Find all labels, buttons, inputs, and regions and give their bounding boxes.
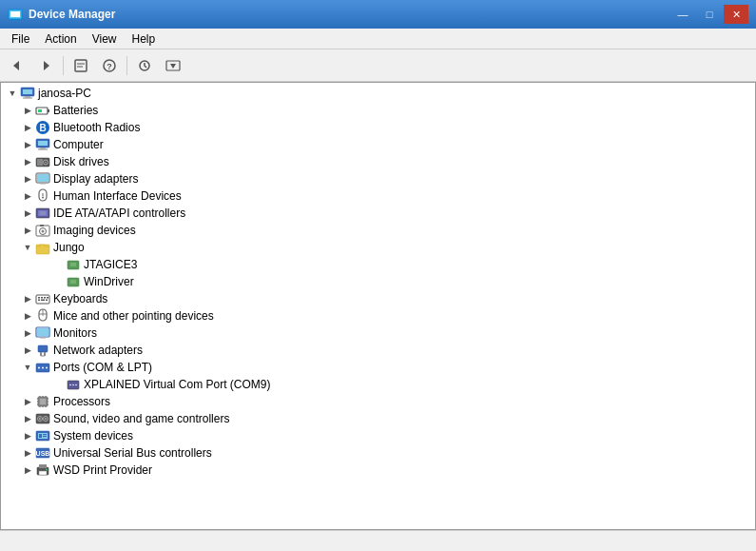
svg-marker-3 bbox=[13, 61, 19, 70]
close-button[interactable]: ✕ bbox=[724, 5, 748, 24]
properties-icon bbox=[73, 58, 88, 73]
display-label: Display adapters bbox=[53, 172, 138, 186]
tree-item-system[interactable]: ▶ System devices bbox=[1, 427, 755, 444]
tree-item-disk[interactable]: ▶ Disk drives bbox=[1, 153, 755, 170]
keyboards-label: Keyboards bbox=[53, 292, 107, 305]
tree-item-keyboards[interactable]: ▶ Keyboards bbox=[1, 290, 755, 307]
svg-point-72 bbox=[46, 367, 48, 369]
ports-label: Ports (COM & LPT) bbox=[53, 361, 152, 374]
jungo-label: Jungo bbox=[53, 241, 85, 254]
svg-rect-54 bbox=[44, 297, 46, 299]
display-expand-icon: ▶ bbox=[20, 171, 35, 187]
toolbar-forward-button[interactable] bbox=[32, 53, 59, 78]
maximize-button[interactable]: □ bbox=[697, 5, 722, 24]
hid-icon bbox=[35, 188, 50, 204]
svg-rect-24 bbox=[40, 148, 46, 149]
processors-expand-icon: ▶ bbox=[20, 394, 35, 409]
tree-item-batteries[interactable]: ▶ Batteries bbox=[1, 102, 755, 119]
svg-rect-31 bbox=[37, 174, 48, 182]
network-expand-icon: ▶ bbox=[20, 343, 35, 358]
ports-expand-icon: ▼ bbox=[20, 360, 35, 375]
svg-rect-25 bbox=[38, 149, 48, 150]
computer-label: Computer bbox=[53, 138, 104, 151]
svg-rect-98 bbox=[39, 434, 42, 438]
svg-text:B: B bbox=[39, 123, 46, 133]
svg-rect-65 bbox=[38, 345, 48, 352]
svg-rect-37 bbox=[38, 210, 48, 216]
svg-point-76 bbox=[75, 384, 77, 386]
svg-point-70 bbox=[38, 367, 40, 369]
tree-item-wsd[interactable]: ▶ WSD Print Provider bbox=[1, 462, 755, 479]
svg-rect-1 bbox=[10, 11, 20, 17]
minimize-button[interactable]: — bbox=[670, 5, 695, 24]
processors-label: Processors bbox=[53, 395, 110, 408]
jtagice3-icon bbox=[66, 257, 81, 272]
tree-item-ide[interactable]: ▶ IDE ATA/ATAPI controllers bbox=[1, 205, 755, 222]
batteries-label: Batteries bbox=[53, 104, 98, 117]
monitors-label: Monitors bbox=[53, 326, 97, 340]
svg-point-29 bbox=[45, 162, 47, 164]
battery-icon bbox=[35, 103, 50, 118]
bluetooth-icon: B bbox=[35, 120, 50, 135]
tree-item-sound[interactable]: ▶ Sound, video and game controllers bbox=[1, 410, 755, 427]
toolbar: ? bbox=[0, 49, 756, 82]
tree-item-jtagice3[interactable]: ▶ JTAGICE3 bbox=[1, 256, 755, 273]
computer-expand-icon: ▶ bbox=[20, 137, 35, 152]
tree-item-computer[interactable]: ▶ Computer bbox=[1, 136, 755, 153]
toolbar-help-button[interactable]: ? bbox=[96, 53, 123, 78]
svg-rect-52 bbox=[38, 297, 40, 299]
wsd-expand-icon: ▶ bbox=[20, 462, 35, 478]
tree-item-bluetooth[interactable]: ▶ B Bluetooth Radios bbox=[1, 119, 755, 136]
tree-item-mice[interactable]: ▶ Mice and other pointing devices bbox=[1, 307, 755, 325]
window-title: Device Manager bbox=[29, 8, 115, 21]
mice-expand-icon: ▶ bbox=[20, 308, 35, 324]
tree-item-jungo[interactable]: ▼ Jungo bbox=[1, 239, 755, 256]
network-label: Network adapters bbox=[53, 344, 143, 357]
tree-view[interactable]: ▼ janosa-PC ▶ Batteries bbox=[1, 83, 755, 529]
svg-point-71 bbox=[42, 367, 44, 369]
menu-action[interactable]: Action bbox=[37, 30, 84, 48]
tree-item-imaging[interactable]: ▶ Imaging devices bbox=[1, 222, 755, 239]
computer-node-icon bbox=[35, 137, 50, 152]
svg-rect-99 bbox=[43, 434, 47, 435]
svg-point-35 bbox=[42, 197, 44, 199]
toolbar-update-button[interactable] bbox=[160, 53, 186, 78]
usb-icon: USB bbox=[35, 445, 50, 461]
computer-icon bbox=[20, 86, 35, 101]
tree-item-display[interactable]: ▶ Display adapters bbox=[1, 170, 755, 187]
toolbar-scan-button[interactable] bbox=[131, 53, 158, 78]
svg-rect-66 bbox=[40, 352, 42, 356]
comport-icon bbox=[66, 377, 81, 392]
windriver-icon bbox=[66, 274, 81, 289]
scan-icon bbox=[137, 58, 152, 73]
tree-item-processors[interactable]: ▶ Proces bbox=[1, 393, 755, 410]
menu-bar: File Action View Help bbox=[0, 29, 756, 49]
window-controls: — □ ✕ bbox=[670, 5, 748, 24]
toolbar-properties-button[interactable] bbox=[68, 53, 94, 78]
svg-rect-55 bbox=[47, 297, 48, 299]
tree-item-monitors[interactable]: ▶ Monitors bbox=[1, 325, 755, 342]
disk-label: Disk drives bbox=[53, 155, 109, 168]
tree-item-network[interactable]: ▶ Network adapters bbox=[1, 342, 755, 359]
svg-rect-18 bbox=[48, 109, 49, 112]
svg-point-106 bbox=[46, 469, 48, 471]
usb-expand-icon: ▶ bbox=[20, 445, 35, 461]
tree-item-hid[interactable]: ▶ Human Interface Devices bbox=[1, 187, 755, 205]
tree-item-xplained[interactable]: ▶ XPLAINED Virtual Com Port (COM9) bbox=[1, 376, 755, 393]
tree-item-windriver[interactable]: ▶ WinDriver bbox=[1, 273, 755, 290]
status-bar bbox=[0, 530, 756, 551]
menu-help[interactable]: Help bbox=[125, 30, 164, 48]
svg-marker-12 bbox=[170, 64, 176, 69]
menu-file[interactable]: File bbox=[4, 30, 37, 48]
imaging-expand-icon: ▶ bbox=[20, 223, 35, 238]
tree-item-usb[interactable]: ▶ USB Universal Serial Bus controllers bbox=[1, 444, 755, 462]
tree-item-ports[interactable]: ▼ Ports (COM & LPT) bbox=[1, 359, 755, 376]
menu-view[interactable]: View bbox=[85, 30, 125, 48]
svg-point-75 bbox=[72, 384, 74, 386]
imaging-label: Imaging devices bbox=[53, 224, 136, 237]
tree-root[interactable]: ▼ janosa-PC bbox=[1, 85, 755, 102]
usb-label: Universal Serial Bus controllers bbox=[53, 446, 212, 460]
toolbar-back-button[interactable] bbox=[4, 53, 30, 78]
disk-expand-icon: ▶ bbox=[20, 154, 35, 169]
sound-icon bbox=[35, 411, 50, 426]
